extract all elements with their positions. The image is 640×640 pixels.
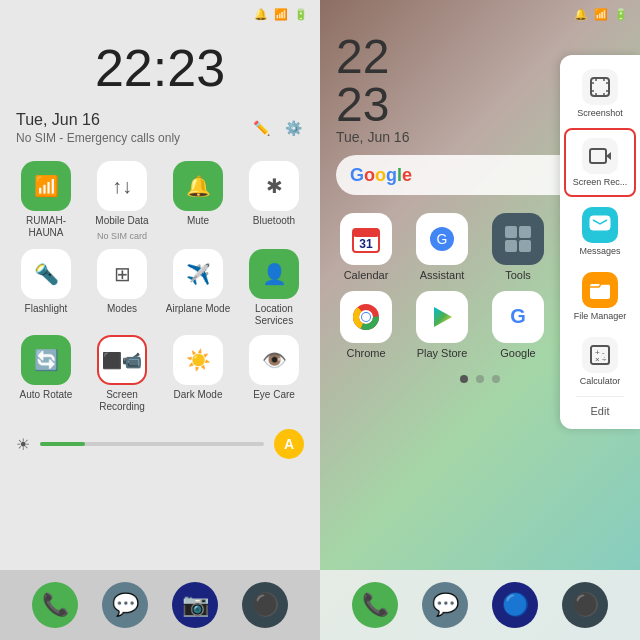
messages-label: Messages: [579, 246, 620, 256]
playstore-icon: [416, 291, 468, 343]
qs-tile-eye-care[interactable]: 👁️ Eye Care: [240, 335, 308, 413]
signal-icon: 📶: [274, 8, 288, 21]
svg-rect-32: [590, 149, 606, 163]
dot-3[interactable]: [492, 375, 500, 383]
screen-recording-label: Screen Recording: [88, 389, 156, 413]
dark-mode-label: Dark Mode: [174, 389, 223, 401]
messages-icon: [582, 207, 618, 243]
qs-tile-modes[interactable]: ⊞ Modes: [88, 249, 156, 327]
autorotate-icon: 🔄: [21, 335, 71, 385]
right-dock-camera[interactable]: 🔵: [492, 582, 538, 628]
modes-icon: ⊞: [97, 249, 147, 299]
calculator-icon: + - × ÷: [582, 337, 618, 373]
tools-label: Tools: [505, 269, 531, 281]
app-google[interactable]: G Google: [488, 291, 548, 359]
battery-icon: 🔋: [294, 8, 308, 21]
screenshot-label: Screenshot: [577, 108, 623, 118]
settings-icon[interactable]: ⚙️: [282, 117, 304, 139]
svg-rect-5: [505, 226, 517, 238]
bluetooth-icon: ✱: [249, 161, 299, 211]
dock-phone-icon[interactable]: 📞: [32, 582, 78, 628]
alarm-icon: 🔔: [254, 8, 268, 21]
assistant-icon: G: [416, 213, 468, 265]
right-wifi-icon: 📶: [594, 8, 608, 21]
brightness-bar[interactable]: ☀ A: [0, 421, 320, 467]
calendar-icon: 31: [340, 213, 392, 265]
mobile-data-sublabel: No SIM card: [97, 231, 147, 241]
right-panel: 🔔 📶 🔋 22 23 Tue, Jun 16 Google 31 Calend…: [320, 0, 640, 640]
assistant-label: Assistant: [420, 269, 465, 281]
qs-tile-screen-recording[interactable]: ⬛📹 Screen Recording: [88, 335, 156, 413]
right-dock-video[interactable]: ⚫: [562, 582, 608, 628]
location-label: Location Services: [240, 303, 308, 327]
flashlight-label: Flashlight: [25, 303, 68, 315]
left-time: 22:23: [0, 38, 320, 98]
flashlight-icon: 🔦: [21, 249, 71, 299]
svg-point-20: [362, 313, 370, 321]
screenshot-icon: [582, 69, 618, 105]
qs-tile-airplane[interactable]: ✈️ Airplane Mode: [164, 249, 232, 327]
modes-label: Modes: [107, 303, 137, 315]
brightness-icon: ☀: [16, 435, 30, 454]
edit-icon[interactable]: ✏️: [250, 117, 272, 139]
chrome-icon: [340, 291, 392, 343]
file-manager-label: File Manager: [574, 311, 627, 321]
app-assistant[interactable]: G Assistant: [412, 213, 472, 281]
airplane-label: Airplane Mode: [166, 303, 230, 315]
app-tools[interactable]: Tools: [488, 213, 548, 281]
right-dock-phone[interactable]: 📞: [352, 582, 398, 628]
screen-rec-icon: [582, 138, 618, 174]
screen-rec-label: Screen Rec...: [573, 177, 628, 187]
svg-text:G: G: [437, 231, 448, 247]
sidebar-edit-button[interactable]: Edit: [585, 399, 616, 423]
file-manager-icon: [582, 272, 618, 308]
right-status-bar: 🔔 📶 🔋: [320, 0, 640, 28]
right-dock: 📞 💬 🔵 ⚫: [320, 570, 640, 640]
sidebar-messages[interactable]: Messages: [560, 199, 640, 264]
sidebar-file-manager[interactable]: File Manager: [560, 264, 640, 329]
dock-video-icon[interactable]: ⚫: [242, 582, 288, 628]
sidebar-calculator[interactable]: + - × ÷ Calculator: [560, 329, 640, 394]
mute-label: Mute: [187, 215, 209, 227]
qs-tile-dark-mode[interactable]: ☀️ Dark Mode: [164, 335, 232, 413]
left-dock: 📞 💬 📷 ⚫: [0, 570, 320, 640]
left-sim-info: No SIM - Emergency calls only: [16, 131, 180, 145]
wifi-icon: 📶: [21, 161, 71, 211]
brightness-track[interactable]: [40, 442, 264, 446]
app-chrome[interactable]: Chrome: [336, 291, 396, 359]
dock-camera-icon[interactable]: 📷: [172, 582, 218, 628]
qs-tile-location[interactable]: 👤 Location Services: [240, 249, 308, 327]
svg-rect-34: [590, 216, 610, 230]
mobile-data-label: Mobile Data: [95, 215, 148, 227]
left-panel: 🔔 📶 🔋 22:23 Tue, Jun 16 No SIM - Emergen…: [0, 0, 320, 640]
calendar-label: Calendar: [344, 269, 389, 281]
right-dock-messages[interactable]: 💬: [422, 582, 468, 628]
dot-2[interactable]: [476, 375, 484, 383]
dark-mode-icon: ☀️: [173, 335, 223, 385]
left-date-section: Tue, Jun 16 No SIM - Emergency calls onl…: [0, 103, 320, 153]
qs-tile-mute[interactable]: 🔔 Mute: [164, 161, 232, 241]
svg-rect-6: [519, 226, 531, 238]
qs-tile-wifi[interactable]: 📶 RUMAH-HAUNA: [12, 161, 80, 241]
sidebar-screen-record[interactable]: Screen Rec...: [564, 128, 636, 197]
dock-messages-icon[interactable]: 💬: [102, 582, 148, 628]
qs-tile-mobile-data[interactable]: ↑↓ Mobile Data No SIM card: [88, 161, 156, 241]
app-playstore[interactable]: Play Store: [412, 291, 472, 359]
qs-tile-autorotate[interactable]: 🔄 Auto Rotate: [12, 335, 80, 413]
google-icon: G: [492, 291, 544, 343]
qs-tile-bluetooth[interactable]: ✱ Bluetooth: [240, 161, 308, 241]
app-calendar[interactable]: 31 Calendar: [336, 213, 396, 281]
dot-1[interactable]: [460, 375, 468, 383]
bluetooth-label: Bluetooth: [253, 215, 295, 227]
qs-tile-flashlight[interactable]: 🔦 Flashlight: [12, 249, 80, 327]
screen-recording-icon: ⬛📹: [97, 335, 147, 385]
wifi-label: RUMAH-HAUNA: [12, 215, 80, 239]
mobile-data-icon: ↑↓: [97, 161, 147, 211]
sidebar-screenshot[interactable]: Screenshot: [560, 61, 640, 126]
autorotate-label: Auto Rotate: [20, 389, 73, 401]
sidebar-divider: [576, 396, 624, 397]
brightness-auto-button[interactable]: A: [274, 429, 304, 459]
brightness-fill: [40, 442, 85, 446]
right-alarm-icon: 🔔: [574, 8, 588, 21]
eye-care-icon: 👁️: [249, 335, 299, 385]
